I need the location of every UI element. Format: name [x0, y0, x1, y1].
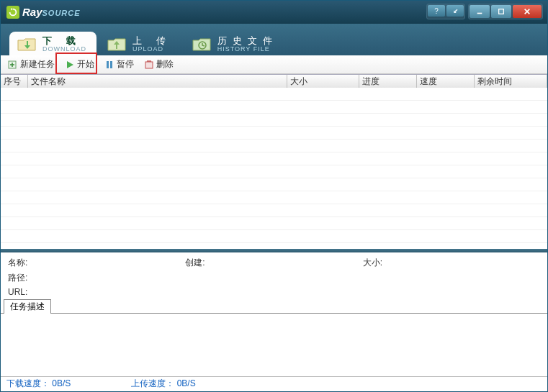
detail-path-label: 路径: — [8, 272, 37, 284]
new-task-icon — [8, 60, 18, 70]
help-button[interactable]: ? — [428, 5, 445, 17]
maximize-button[interactable] — [491, 5, 511, 18]
detail-url-label: URL: — [8, 287, 37, 297]
detail-created-label: 创建: — [185, 257, 214, 269]
detail-panel: 名称: 创建: 大小: 路径: URL: 任务描述 — [1, 252, 547, 376]
table-row — [1, 191, 547, 204]
table-row — [1, 165, 547, 178]
tab-history-label: 历史文件 — [217, 36, 278, 46]
new-task-label: 新建任务 — [20, 58, 55, 70]
col-size[interactable]: 大小 — [287, 75, 359, 88]
tab-download-sub: DOWNLOAD — [42, 46, 86, 53]
table-row — [1, 101, 547, 114]
status-dl-value: 0B/S — [52, 378, 88, 388]
table-row — [1, 114, 547, 127]
upload-folder-icon — [107, 36, 127, 52]
table-row — [1, 152, 547, 165]
app-name-ray: Ray — [22, 6, 42, 18]
tab-download-label: 下 载 — [42, 36, 86, 46]
main-tabs: 下 载 DOWNLOAD 上 传 UPLOAD 历史文件 HISTORY FIL… — [1, 24, 547, 55]
play-icon — [65, 60, 75, 70]
detail-name-label: 名称: — [8, 257, 37, 269]
tab-upload-label: 上 传 — [132, 36, 171, 46]
table-row — [1, 127, 547, 140]
history-folder-icon — [192, 36, 212, 52]
title-controls: ? — [426, 4, 543, 19]
pause-label: 暂停 — [117, 58, 134, 70]
pause-button[interactable]: 暂停 — [102, 57, 137, 72]
svg-rect-1 — [499, 9, 504, 14]
svg-rect-0 — [477, 13, 482, 14]
new-task-button[interactable]: 新建任务 — [5, 57, 58, 72]
start-button[interactable]: 开始 — [62, 57, 97, 72]
table-row — [1, 230, 547, 243]
start-label: 开始 — [77, 58, 94, 70]
minimize-button[interactable] — [470, 5, 490, 18]
tab-history-sub: HISTORY FILE — [217, 46, 278, 53]
status-ul-label: 上传速度： — [131, 378, 174, 388]
tab-upload-sub: UPLOAD — [132, 46, 171, 53]
col-seq[interactable]: 序号 — [1, 75, 28, 88]
col-speed[interactable]: 速度 — [417, 75, 475, 88]
col-eta[interactable]: 剩余时间 — [475, 75, 547, 88]
pause-icon — [104, 60, 114, 70]
delete-label: 删除 — [156, 58, 174, 70]
svg-rect-4 — [107, 61, 109, 68]
delete-icon — [144, 60, 154, 70]
table-header: 序号 文件名称 大小 进度 速度 剩余时间 — [1, 75, 547, 88]
status-bar: 下载速度： 0B/S 上传速度： 0B/S — [1, 376, 547, 391]
detail-tabs: 任务描述 — [1, 298, 547, 313]
col-name[interactable]: 文件名称 — [28, 75, 287, 88]
status-dl-label: 下载速度： — [6, 378, 50, 388]
title-bar: RaySOURCE ? — [1, 1, 547, 24]
table-row — [1, 178, 547, 191]
svg-rect-5 — [110, 61, 112, 68]
tab-upload[interactable]: 上 传 UPLOAD — [99, 32, 181, 55]
app-logo: RaySOURCE — [1, 6, 81, 19]
tab-download[interactable]: 下 载 DOWNLOAD — [9, 32, 96, 55]
download-table: 序号 文件名称 大小 进度 速度 剩余时间 — [1, 74, 547, 248]
status-ul-value: 0B/S — [177, 378, 213, 388]
app-logo-icon — [6, 6, 19, 19]
col-prog[interactable]: 进度 — [359, 75, 417, 88]
detail-body — [1, 313, 547, 376]
app-name-src: SOURCE — [42, 9, 81, 17]
table-row — [1, 243, 547, 249]
download-folder-icon — [17, 36, 37, 52]
close-button[interactable] — [513, 5, 542, 18]
toolbar: 新建任务 开始 暂停 删除 — [1, 55, 547, 74]
table-row — [1, 88, 547, 101]
settings-button[interactable] — [446, 5, 464, 17]
tab-history[interactable]: 历史文件 HISTORY FILE — [184, 32, 288, 55]
table-row — [1, 204, 547, 217]
table-row — [1, 217, 547, 230]
table-body[interactable] — [1, 88, 547, 249]
detail-size-label: 大小: — [363, 257, 392, 269]
table-row — [1, 140, 547, 152]
delete-button[interactable]: 删除 — [141, 57, 176, 72]
tab-task-description[interactable]: 任务描述 — [4, 299, 51, 314]
